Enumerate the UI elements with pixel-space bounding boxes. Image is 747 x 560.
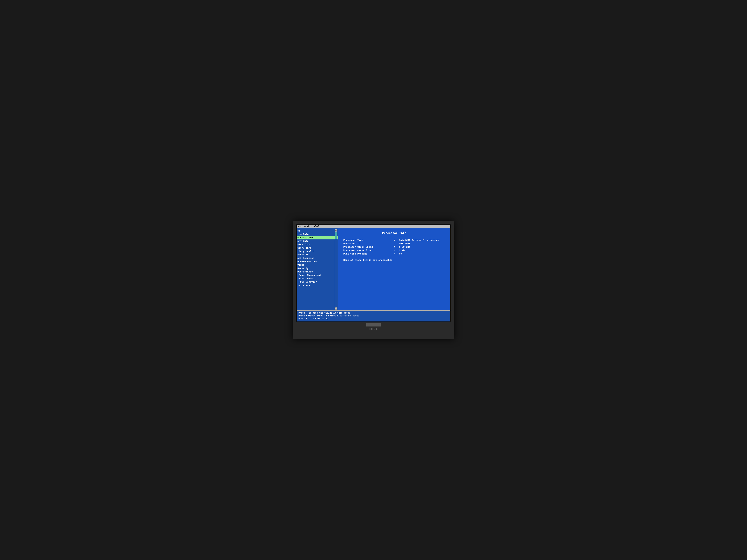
scrollbar-up-button[interactable]: ▲ — [335, 229, 337, 232]
sidebar-item-3[interactable]: ory Info — [297, 239, 338, 243]
sidebar-item-15[interactable]: -POST Behavior — [297, 281, 338, 284]
scrollbar-track[interactable]: ▲ ▼ — [335, 229, 337, 310]
field-value-0: Intel(R) Celeron(R) processor — [399, 239, 440, 242]
status-line-3: Press Esc to exit setup. — [299, 318, 448, 320]
stand-neck — [366, 323, 381, 326]
status-line-2: Press Up/Down arrow to select a differen… — [299, 315, 448, 317]
field-equals-0: = — [394, 239, 399, 242]
sidebar-item-14[interactable]: -Maintenance — [297, 277, 338, 281]
sidebar-item-16[interactable]: -Wireless — [297, 284, 338, 287]
sidebar-item-2[interactable]: cessor Info — [297, 236, 338, 239]
sidebar-item-12[interactable]: Performance — [297, 270, 338, 273]
status-bar: Press - to hide the fields in this group… — [297, 310, 450, 321]
monitor-bezel: nc. Vostro A860 emtem Infocessor Infoory… — [296, 224, 451, 322]
sidebar-item-1[interactable]: tem Info — [297, 233, 338, 236]
sidebar: emtem Infocessor Infoory Infovice Infott… — [297, 228, 338, 310]
field-label-4: Dual Core Present — [343, 252, 394, 255]
sidebar-item-7[interactable]: ate/Time — [297, 253, 338, 257]
status-line-1: Press - to hide the fields in this group — [299, 312, 448, 314]
info-row-4: Dual Core Present= No — [343, 252, 445, 255]
field-label-2: Processor Clock Speed — [343, 246, 394, 248]
sidebar-item-9[interactable]: nboard Devices — [297, 260, 338, 263]
field-value-1: 00010661 — [399, 242, 410, 245]
field-label-0: Processor Type — [343, 239, 394, 242]
sidebar-item-8[interactable]: oot Sequence — [297, 257, 338, 260]
sidebar-item-5[interactable]: ttery Info — [297, 246, 338, 250]
field-equals-2: = — [394, 246, 399, 248]
content-panel: Processor Info Processor Type= Intel(R) … — [338, 228, 450, 310]
field-equals-1: = — [394, 242, 399, 245]
screen: emtem Infocessor Infoory Infovice Infott… — [297, 228, 450, 321]
info-note: None of these fields are changeable. — [343, 259, 445, 262]
field-value-3: 1 MB — [399, 249, 405, 252]
info-row-1: Processor ID= 00010661 — [343, 242, 445, 245]
sidebar-item-4[interactable]: vice Info — [297, 243, 338, 246]
sidebar-item-10[interactable]: Video — [297, 263, 338, 267]
sidebar-item-11[interactable]: Security — [297, 267, 338, 270]
monitor: nc. Vostro A860 emtem Infocessor Infoory… — [293, 221, 454, 340]
field-equals-4: = — [394, 252, 399, 255]
sidebar-item-6[interactable]: ttery Health — [297, 250, 338, 253]
field-label-3: Processor Cache Size — [343, 249, 394, 252]
content-title: Processor Info — [343, 232, 445, 235]
field-label-1: Processor ID — [343, 242, 394, 245]
sidebar-item-13[interactable]: -Power Management — [297, 273, 338, 277]
scrollbar-thumb[interactable] — [335, 232, 337, 239]
field-value-4: No — [399, 252, 402, 255]
field-equals-3: = — [394, 249, 399, 252]
scrollbar-down-button[interactable]: ▼ — [335, 307, 337, 310]
info-row-2: Processor Clock Speed= 1.59 GHz — [343, 246, 445, 248]
info-row-3: Processor Cache Size= 1 MB — [343, 249, 445, 252]
field-value-2: 1.59 GHz — [399, 246, 410, 248]
monitor-stand — [296, 323, 451, 326]
info-table: Processor Type= Intel(R) Celeron(R) proc… — [343, 239, 445, 255]
sidebar-item-0[interactable]: em — [297, 229, 338, 233]
title-bar: nc. Vostro A860 — [297, 225, 450, 228]
screen-main: emtem Infocessor Infoory Infovice Infott… — [297, 228, 450, 310]
info-row-0: Processor Type= Intel(R) Celeron(R) proc… — [343, 239, 445, 242]
brand-label: DELL — [296, 327, 451, 330]
